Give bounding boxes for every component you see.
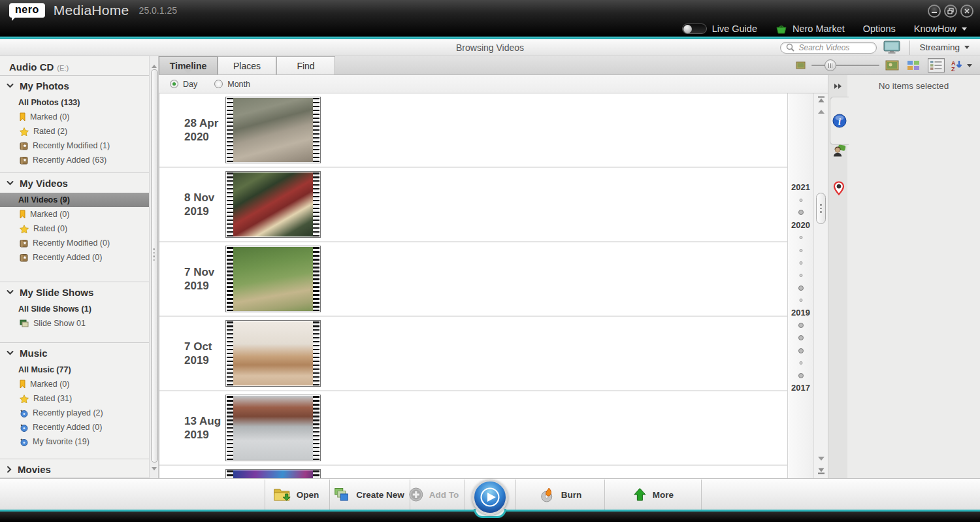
sidebar-item-marked[interactable]: Marked (0) xyxy=(0,110,149,124)
scroll-to-top-icon[interactable] xyxy=(814,96,828,103)
live-guide-toggle[interactable]: Live Guide xyxy=(682,24,757,34)
radio-button-icon[interactable] xyxy=(170,80,178,88)
timeline-scrollbar-thumb[interactable] xyxy=(816,193,826,224)
month-dot[interactable] xyxy=(799,261,802,265)
sidebar-item-slide-show[interactable]: Slide Show 01 xyxy=(0,316,149,331)
sidebar-item-recently-played[interactable]: Recently played (2) xyxy=(0,406,149,420)
thumbnail-image-puppy-room xyxy=(233,321,313,385)
add-to-button[interactable]: Add To xyxy=(409,479,459,510)
sidebar-item-all-slide-shows[interactable]: All Slide Shows (1) xyxy=(0,302,149,316)
video-thumbnail[interactable] xyxy=(225,469,321,478)
sidebar-item-marked[interactable]: Marked (0) xyxy=(0,207,149,221)
restore-button[interactable] xyxy=(944,5,957,18)
play-icon xyxy=(480,487,500,508)
grid-view-button[interactable] xyxy=(905,58,922,73)
section-header-my-photos[interactable]: My Photos xyxy=(0,76,149,95)
more-button[interactable]: More xyxy=(633,479,674,510)
open-button[interactable]: Open xyxy=(273,479,319,510)
sidebar-item-recently-added[interactable]: Recently Added (63) xyxy=(0,153,149,167)
section-header-my-slide-shows[interactable]: My Slide Shows xyxy=(0,282,149,302)
video-thumbnail[interactable] xyxy=(225,97,321,163)
sidebar-item-marked[interactable]: Marked (0) xyxy=(0,377,149,391)
sidebar-item-recently-modified[interactable]: Recently Modified (1) xyxy=(0,139,149,153)
section-header-my-videos[interactable]: My Videos xyxy=(0,173,149,193)
detail-panel: No items selected xyxy=(847,75,980,478)
sidebar-item-recently-added[interactable]: Recently Added (0) xyxy=(0,420,149,434)
tab-find[interactable]: Find xyxy=(276,56,335,74)
radio-button-icon[interactable] xyxy=(214,80,223,88)
sidebar-item-all-photos[interactable]: All Photos (133) xyxy=(0,95,149,110)
search-box[interactable] xyxy=(780,42,877,54)
zoom-in-thumbnail-icon[interactable] xyxy=(885,60,899,71)
month-dot[interactable] xyxy=(799,299,802,302)
nero-market-button[interactable]: Nero Market xyxy=(776,24,845,34)
thumbnail-size-slider[interactable] xyxy=(811,59,879,71)
sidebar-scrollbar[interactable] xyxy=(149,56,159,478)
streaming-dropdown[interactable]: Streaming xyxy=(919,42,973,52)
section-header-movies[interactable]: Movies xyxy=(0,459,149,478)
sidebar-item-rated[interactable]: Rated (0) xyxy=(0,221,149,236)
month-dot[interactable] xyxy=(798,348,804,353)
streaming-device-icon[interactable] xyxy=(883,41,900,54)
radio-day[interactable]: Day xyxy=(170,80,197,89)
video-thumbnail[interactable] xyxy=(225,246,321,312)
scroll-to-bottom-icon[interactable] xyxy=(814,468,828,474)
month-dot[interactable] xyxy=(798,285,804,291)
search-input[interactable] xyxy=(798,43,871,52)
sidebar-item-recently-modified[interactable]: Recently Modified (0) xyxy=(0,236,149,250)
sidebar-item-all-music[interactable]: All Music (77) xyxy=(0,363,149,377)
month-dot[interactable] xyxy=(798,373,804,378)
video-thumbnail[interactable] xyxy=(225,320,321,387)
year-label-2021[interactable]: 2021 xyxy=(788,182,813,192)
sidebar-item-audio-cd[interactable]: Audio CD (E:) xyxy=(0,56,149,76)
month-dot[interactable] xyxy=(799,236,802,239)
month-dot[interactable] xyxy=(798,210,804,215)
year-label-2017[interactable]: 2017 xyxy=(788,383,813,393)
options-button[interactable]: Options xyxy=(863,24,896,34)
list-view-button[interactable] xyxy=(928,58,945,73)
zoom-out-thumbnail-icon[interactable] xyxy=(796,61,806,69)
month-dot[interactable] xyxy=(799,249,802,252)
knowhow-menu[interactable]: KnowHow xyxy=(914,24,967,34)
sidebar-item-rated[interactable]: Rated (31) xyxy=(0,391,149,406)
sidebar-item-recently-added[interactable]: Recently Added (0) xyxy=(0,250,149,265)
tab-timeline[interactable]: Timeline xyxy=(159,56,218,74)
faces-tab[interactable] xyxy=(830,137,848,163)
month-dot[interactable] xyxy=(799,199,802,202)
toolbar-divider xyxy=(265,480,265,510)
collapse-panel-button[interactable] xyxy=(834,80,843,92)
month-dot[interactable] xyxy=(798,323,804,328)
nero-logo: nero xyxy=(9,3,45,18)
sort-dropdown[interactable]: AZ xyxy=(951,59,972,71)
tab-places[interactable]: Places xyxy=(218,56,276,74)
video-thumbnail[interactable] xyxy=(225,171,321,238)
sidebar-item-all-videos[interactable]: All Videos (9) xyxy=(0,193,149,207)
sidebar-section-music: MusicAll Music (77)Marked (0)Rated (31)R… xyxy=(0,343,149,459)
slider-thumb[interactable] xyxy=(825,59,836,71)
section-header-music[interactable]: Music xyxy=(0,343,149,363)
play-button[interactable] xyxy=(472,480,508,515)
places-tab[interactable] xyxy=(830,175,848,201)
radio-month[interactable]: Month xyxy=(214,80,250,89)
sidebar-item-rated[interactable]: Rated (2) xyxy=(0,124,149,139)
scroll-up-icon[interactable] xyxy=(814,109,828,114)
month-dot[interactable] xyxy=(798,335,804,340)
sidebar-splitter-handle[interactable] xyxy=(153,248,155,261)
month-dot[interactable] xyxy=(799,274,802,277)
sidebar-item-my-favorite[interactable]: My favorite (19) xyxy=(0,434,149,449)
burn-button[interactable]: Burn xyxy=(540,479,582,510)
scroll-down-icon[interactable] xyxy=(150,462,158,474)
month-dot[interactable] xyxy=(799,361,802,365)
nero-mediahome-window: nero MediaHome 25.0.1.25 Live Guide Nero… xyxy=(0,0,980,522)
scroll-down-icon[interactable] xyxy=(814,456,828,461)
sidebar-item-label: Recently Modified (0) xyxy=(33,238,110,248)
year-label-2019[interactable]: 2019 xyxy=(788,308,813,318)
toggle-switch-icon[interactable] xyxy=(682,24,707,34)
create-new-button[interactable]: Create New xyxy=(334,479,404,510)
year-label-2020[interactable]: 2020 xyxy=(788,220,813,230)
close-button[interactable] xyxy=(960,5,973,18)
sidebar-scrollbar-thumb[interactable] xyxy=(151,69,158,463)
video-thumbnail[interactable] xyxy=(225,395,321,461)
timeline-scrollbar[interactable] xyxy=(813,93,828,478)
minimize-button[interactable] xyxy=(928,5,941,18)
